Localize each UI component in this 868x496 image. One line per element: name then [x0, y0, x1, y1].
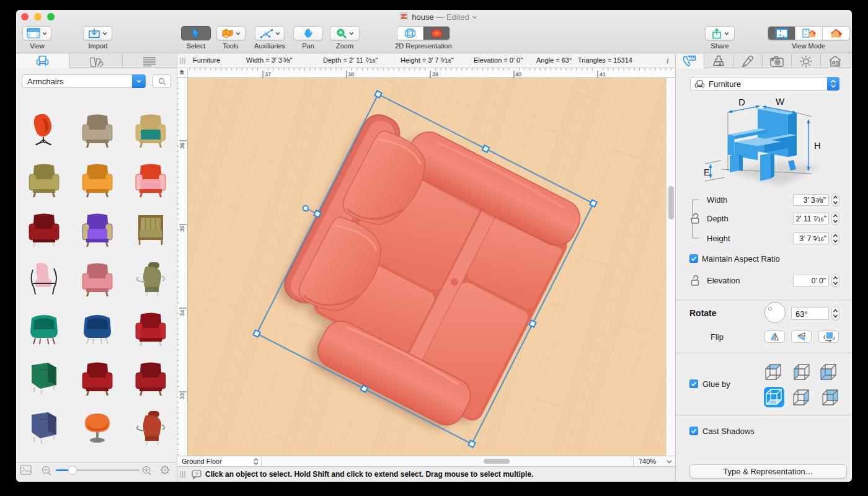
svg-text:W: W: [776, 97, 785, 107]
svg-text:41: 41: [600, 71, 606, 78]
svg-text:40: 40: [515, 71, 521, 78]
svg-text:?: ?: [195, 471, 198, 477]
svg-text:36: 36: [179, 143, 185, 149]
svg-text:39: 39: [432, 71, 438, 78]
svg-text:33: 33: [179, 393, 185, 399]
svg-text:E: E: [704, 167, 710, 177]
svg-text:35: 35: [179, 226, 185, 232]
svg-text:D: D: [738, 97, 745, 107]
svg-text:H: H: [814, 140, 821, 151]
svg-text:34: 34: [179, 310, 185, 316]
svg-text:37: 37: [265, 71, 271, 78]
svg-text:38: 38: [348, 71, 354, 78]
